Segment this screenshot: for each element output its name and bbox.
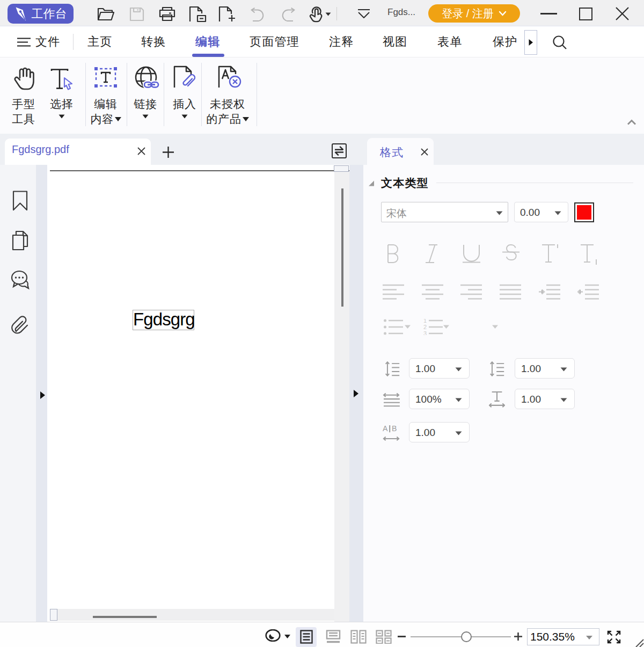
svg-text:A: A (383, 424, 388, 433)
svg-text:2: 2 (423, 324, 427, 330)
svg-text:1: 1 (423, 319, 427, 324)
svg-text:B: B (392, 424, 397, 433)
svg-text:3: 3 (423, 330, 427, 335)
